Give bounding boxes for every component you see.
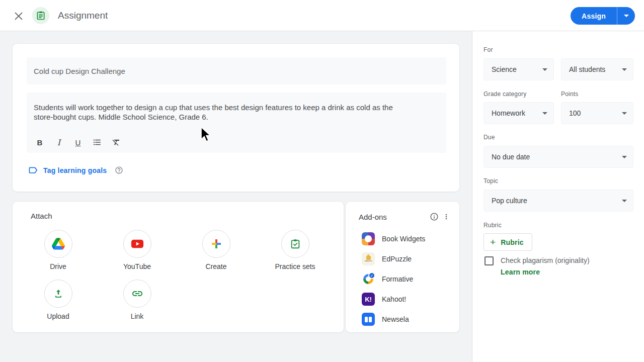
- close-icon[interactable]: [13, 11, 24, 22]
- tag-icon: [28, 165, 38, 175]
- attach-label: Create: [205, 262, 226, 270]
- edpuzzle-icon: edpuzzle: [362, 252, 375, 265]
- bold-icon[interactable]: B: [34, 136, 46, 148]
- chevron-down-icon: [624, 15, 629, 17]
- attach-card: Attach Drive You: [12, 201, 344, 333]
- formative-icon: ✓: [362, 273, 375, 286]
- attach-label: YouTube: [123, 262, 151, 270]
- assign-split-button: Assign: [571, 7, 635, 25]
- topic-select[interactable]: Pop culture: [484, 190, 633, 212]
- addons-title: Add-ons: [359, 213, 428, 221]
- addon-kahoot[interactable]: K! Kahoot!: [346, 289, 459, 309]
- link-icon: [131, 288, 143, 300]
- grade-category-select[interactable]: Homework: [484, 102, 554, 124]
- drive-icon: [52, 238, 65, 250]
- plus-icon: +: [490, 237, 496, 247]
- attach-upload-button[interactable]: Upload: [19, 276, 98, 320]
- create-plus-icon: [210, 238, 222, 250]
- underline-icon[interactable]: U: [72, 136, 84, 148]
- settings-sidebar: For Science All students Grade category …: [472, 31, 644, 362]
- title-input[interactable]: Cold cup Design Challenge: [27, 57, 446, 84]
- chevron-down-icon: [542, 112, 547, 115]
- attach-link-button[interactable]: Link: [98, 276, 177, 320]
- attach-label: Drive: [50, 262, 66, 270]
- class-select[interactable]: Science: [484, 58, 554, 80]
- plagiarism-checkbox[interactable]: [485, 256, 494, 265]
- italic-icon[interactable]: I: [53, 136, 65, 148]
- attach-create-button[interactable]: Create: [177, 226, 256, 270]
- bulleted-list-icon[interactable]: [91, 136, 103, 148]
- format-toolbar: B I U: [34, 136, 122, 148]
- due-label: Due: [484, 134, 495, 141]
- upload-icon: [53, 288, 64, 299]
- assign-button[interactable]: Assign: [571, 7, 617, 25]
- points-select[interactable]: 100: [561, 102, 633, 124]
- students-select[interactable]: All students: [561, 58, 633, 80]
- attach-grid: Drive YouTube Create: [19, 226, 339, 325]
- tag-learning-goals-row: Tag learning goals: [28, 165, 123, 175]
- learn-more-link[interactable]: Learn more: [501, 268, 540, 276]
- attach-label: Upload: [47, 312, 69, 320]
- chevron-down-icon: [622, 156, 627, 158]
- assignment-type-badge: [32, 7, 49, 24]
- assignment-icon: [36, 11, 46, 21]
- kahoot-icon: K!: [362, 293, 375, 306]
- chevron-down-icon: [622, 200, 627, 202]
- tag-learning-goals-link[interactable]: Tag learning goals: [43, 166, 107, 174]
- chevron-down-icon: [622, 68, 627, 71]
- attach-drive-button[interactable]: Drive: [19, 226, 98, 270]
- addon-formative[interactable]: ✓ Formative: [346, 269, 459, 289]
- page-title: Assignment: [58, 10, 108, 21]
- practice-sets-icon: [290, 238, 301, 249]
- description-text: Students will work together to design a …: [34, 103, 407, 122]
- points-label: Points: [561, 90, 579, 98]
- help-icon[interactable]: [115, 166, 123, 174]
- more-options-icon[interactable]: [440, 211, 452, 223]
- addon-book-widgets[interactable]: Book Widgets: [346, 229, 459, 249]
- book-widgets-icon: [362, 232, 375, 245]
- attach-practice-sets-button[interactable]: Practice sets: [256, 226, 335, 270]
- youtube-icon: [131, 239, 144, 249]
- rubric-label: Rubric: [484, 222, 502, 229]
- due-date-select[interactable]: No due date: [484, 146, 633, 168]
- chevron-down-icon: [542, 68, 547, 71]
- attach-label: Practice sets: [275, 262, 315, 270]
- attach-youtube-button[interactable]: YouTube: [98, 226, 177, 270]
- addons-card: Add-ons Book Widgets edpuzzle EdPuzzle: [345, 201, 460, 333]
- add-rubric-button[interactable]: + Rubric: [484, 233, 532, 251]
- chevron-down-icon: [622, 112, 627, 115]
- attach-label: Link: [131, 312, 144, 320]
- clear-formatting-icon[interactable]: [110, 136, 122, 148]
- attach-title: Attach: [31, 212, 52, 220]
- info-icon[interactable]: [428, 211, 440, 223]
- top-bar: Assignment Assign: [0, 0, 644, 31]
- addon-newsela[interactable]: Newsela: [346, 309, 459, 329]
- assignment-form-card: Cold cup Design Challenge Students will …: [12, 43, 460, 192]
- plagiarism-label: Check plagarism (originality): [501, 256, 590, 264]
- for-label: For: [484, 46, 493, 53]
- topic-label: Topic: [484, 177, 498, 185]
- description-input[interactable]: Students will work together to design a …: [27, 93, 446, 153]
- grade-category-label: Grade category: [484, 90, 527, 98]
- assign-dropdown-button[interactable]: [617, 7, 635, 25]
- newsela-icon: [362, 313, 375, 326]
- addons-list: Book Widgets edpuzzle EdPuzzle ✓ Formati…: [346, 229, 459, 329]
- addon-edpuzzle[interactable]: edpuzzle EdPuzzle: [346, 249, 459, 269]
